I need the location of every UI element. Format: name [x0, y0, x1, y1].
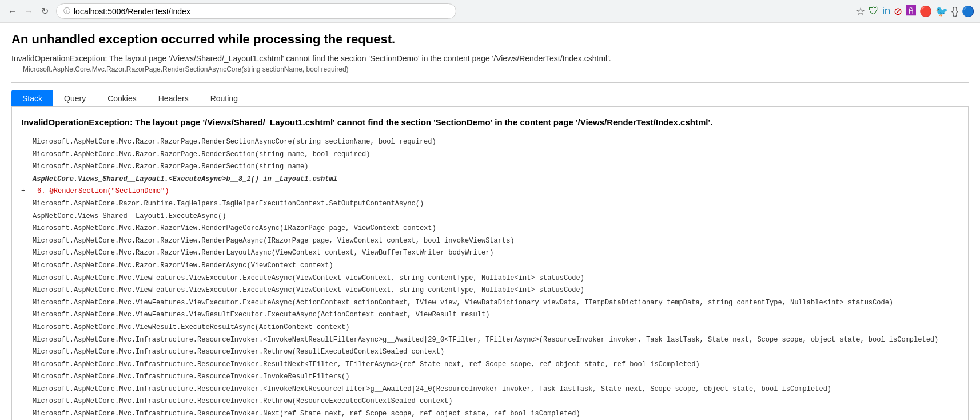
- stack-trace: Microsoft.AspNetCore.Mvc.Razor.RazorPage…: [21, 136, 959, 420]
- browser-extensions: ☆ 🛡 in ⊘ 🅰 🔴 🐦 {} 🔵: [856, 5, 974, 18]
- stack-line: Microsoft.AspNetCore.Mvc.Razor.RazorPage…: [21, 149, 959, 161]
- stack-line: Microsoft.AspNetCore.Mvc.ViewFeatures.Vi…: [21, 297, 959, 310]
- code-highlight: 6. @RenderSection("SectionDemo"): [37, 185, 169, 198]
- stack-line: Microsoft.AspNetCore.Mvc.ViewFeatures.Vi…: [21, 284, 959, 297]
- stack-line: Microsoft.AspNetCore.Mvc.ViewResult.Exec…: [21, 322, 959, 334]
- error-source: Microsoft.AspNetCore.Mvc.Razor.RazorPage…: [11, 65, 969, 73]
- expand-button[interactable]: +: [21, 185, 33, 198]
- forward-button[interactable]: →: [22, 5, 35, 18]
- tab-cookies[interactable]: Cookies: [97, 90, 148, 106]
- url-input[interactable]: [74, 7, 449, 16]
- ext-icon-7[interactable]: {}: [951, 5, 958, 17]
- tab-headers[interactable]: Headers: [148, 90, 200, 106]
- stack-line: Microsoft.AspNetCore.Mvc.ViewFeatures.Vi…: [21, 272, 959, 285]
- tab-routing[interactable]: Routing: [200, 90, 249, 106]
- stack-line: Microsoft.AspNetCore.Mvc.Infrastructure.…: [21, 395, 959, 408]
- browser-toolbar: ← → ↻ ⓘ ☆ 🛡 in ⊘ 🅰 🔴 🐦 {} 🔵: [0, 0, 980, 23]
- stack-line: Microsoft.AspNetCore.Mvc.Razor.RazorPage…: [21, 161, 959, 173]
- stack-line: AspNetCore.Views_Shared__Layout1.Execute…: [21, 211, 959, 223]
- ext-icon-6[interactable]: 🐦: [935, 5, 948, 18]
- nav-buttons: ← → ↻: [6, 5, 51, 18]
- stack-line-highlight: + 6. @RenderSection("SectionDemo"): [21, 185, 959, 198]
- ext-icon-2[interactable]: in: [882, 5, 890, 17]
- stack-line: Microsoft.AspNetCore.Mvc.Infrastructure.…: [21, 371, 959, 383]
- stack-line: Microsoft.AspNetCore.Mvc.Razor.RazorPage…: [21, 136, 959, 149]
- tab-query[interactable]: Query: [53, 90, 97, 106]
- address-bar[interactable]: ⓘ: [56, 3, 456, 19]
- stack-line: Microsoft.AspNetCore.Mvc.Infrastructure.…: [21, 334, 959, 347]
- ext-icon-1[interactable]: 🛡: [869, 5, 879, 17]
- stack-line: Microsoft.AspNetCore.Mvc.Razor.RazorView…: [21, 235, 959, 248]
- stack-line: Microsoft.AspNetCore.Mvc.Razor.RazorView…: [21, 247, 959, 260]
- stack-line: Microsoft.AspNetCore.Mvc.Infrastructure.…: [21, 383, 959, 396]
- stack-panel: InvalidOperationException: The layout pa…: [11, 107, 969, 420]
- divider-1: [11, 82, 969, 83]
- stack-error-title: InvalidOperationException: The layout pa…: [21, 116, 959, 128]
- back-button[interactable]: ←: [6, 5, 19, 18]
- lock-icon: ⓘ: [63, 6, 70, 16]
- reload-button[interactable]: ↻: [38, 5, 51, 18]
- ext-icon-4[interactable]: 🅰: [906, 5, 916, 17]
- stack-line: Microsoft.AspNetCore.Mvc.Infrastructure.…: [21, 408, 959, 420]
- tab-stack[interactable]: Stack: [11, 90, 53, 106]
- stack-line-bold: AspNetCore.Views_Shared__Layout1.<Execut…: [21, 173, 959, 186]
- stack-line: Microsoft.AspNetCore.Mvc.Razor.RazorView…: [21, 223, 959, 235]
- stack-line: Microsoft.AspNetCore.Mvc.ViewFeatures.Vi…: [21, 309, 959, 322]
- error-tabs: Stack Query Cookies Headers Routing: [11, 90, 969, 107]
- stack-line: Microsoft.AspNetCore.Mvc.Razor.RazorView…: [21, 260, 959, 272]
- ext-icon-3[interactable]: ⊘: [894, 5, 902, 18]
- bookmark-icon[interactable]: ☆: [856, 5, 865, 18]
- stack-line: Microsoft.AspNetCore.Mvc.Infrastructure.…: [21, 346, 959, 359]
- stack-line: Microsoft.AspNetCore.Razor.Runtime.TagHe…: [21, 198, 959, 211]
- ext-icon-5[interactable]: 🔴: [919, 5, 932, 18]
- error-heading: An unhandled exception occurred while pr…: [11, 32, 969, 47]
- error-description: InvalidOperationException: The layout pa…: [11, 54, 969, 63]
- stack-line: Microsoft.AspNetCore.Mvc.Infrastructure.…: [21, 359, 959, 371]
- ext-icon-8[interactable]: 🔵: [962, 5, 974, 18]
- page-content: An unhandled exception occurred while pr…: [0, 23, 980, 420]
